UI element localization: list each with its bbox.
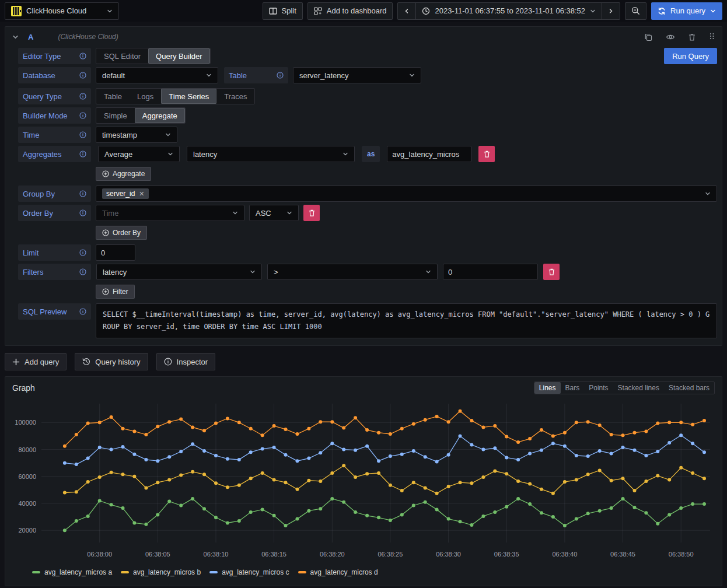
graph-mode-stacked-bars[interactable]: Stacked bars (664, 382, 714, 394)
limit-input[interactable] (96, 244, 135, 261)
query-type-logs[interactable]: Logs (130, 89, 161, 104)
legend-swatch (32, 571, 40, 573)
duplicate-query-button[interactable] (644, 33, 653, 41)
graph-mode-bars[interactable]: Bars (561, 382, 585, 394)
legend-swatch (121, 571, 129, 573)
editor-type-sql-editor[interactable]: SQL Editor (96, 48, 148, 64)
add-to-dashboard-button[interactable]: Add to dashboard (307, 2, 393, 20)
history-icon (82, 358, 90, 366)
filter-value-input[interactable] (443, 264, 538, 280)
remove-aggregate-button[interactable] (478, 146, 495, 162)
legend-item[interactable]: avg_latency_micros c (209, 568, 289, 576)
aggregate-alias-input[interactable] (387, 146, 471, 162)
add-filter-button[interactable]: Filter (96, 285, 135, 299)
order-by-field-select[interactable]: Time (96, 205, 244, 221)
builder-mode-group: Simple Aggregate (96, 107, 186, 124)
database-select[interactable]: default (96, 67, 218, 83)
group-by-label: Group By (18, 186, 91, 202)
group-by-multiselect[interactable]: server_id ✕ (96, 186, 717, 202)
query-ref-id[interactable]: A (28, 33, 33, 41)
legend-item[interactable]: avg_latency_micros d (298, 568, 378, 576)
query-type-traces[interactable]: Traces (216, 89, 254, 104)
graph-header: Graph Lines Bars Points Stacked lines St… (5, 377, 722, 396)
info-icon[interactable] (79, 190, 86, 197)
add-query-button[interactable]: Add query (5, 353, 67, 370)
builder-mode-label: Builder Mode (18, 107, 91, 124)
graph-mode-group: Lines Bars Points Stacked lines Stacked … (534, 382, 715, 394)
query-type-table[interactable]: Table (96, 89, 130, 104)
legend-item[interactable]: avg_latency_micros b (121, 568, 201, 576)
legend-swatch (298, 571, 306, 573)
datasource-picker[interactable]: ClickHouse Cloud (5, 2, 119, 20)
svg-text:100000: 100000 (15, 419, 36, 426)
info-icon[interactable] (79, 52, 86, 60)
graph-svg[interactable]: 2000040000600008000010000006:38:0006:38:… (9, 398, 717, 568)
info-icon[interactable] (79, 112, 86, 119)
datasource-name: ClickHouse Cloud (26, 6, 102, 15)
svg-text:06:38:25: 06:38:25 (378, 551, 403, 558)
svg-text:06:38:05: 06:38:05 (145, 551, 170, 558)
graph-title: Graph (12, 383, 35, 393)
delete-query-button[interactable] (688, 33, 696, 41)
builder-mode-aggregate[interactable]: Aggregate (135, 108, 185, 123)
graph-mode-lines[interactable]: Lines (534, 382, 561, 394)
query-history-button[interactable]: Query history (75, 353, 148, 370)
zoom-out-button[interactable] (625, 2, 646, 20)
collapse-query-icon[interactable] (12, 34, 19, 40)
add-aggregate-button[interactable]: Aggregate (96, 167, 151, 181)
table-label: Table (224, 67, 288, 83)
toggle-visibility-button[interactable] (666, 33, 675, 41)
info-icon[interactable] (79, 72, 86, 79)
grip-dots-icon (709, 32, 715, 41)
info-icon[interactable] (79, 131, 86, 138)
chevron-down-icon (167, 151, 173, 157)
info-circle-icon (164, 358, 172, 366)
top-toolbar: ClickHouse Cloud Split Add to dashboard … (0, 0, 727, 22)
info-icon[interactable] (79, 93, 86, 100)
info-icon[interactable] (79, 209, 86, 216)
info-icon[interactable] (79, 150, 86, 158)
filter-operator-select[interactable]: > (267, 264, 438, 280)
info-icon[interactable] (79, 308, 86, 315)
info-icon[interactable] (79, 268, 86, 275)
run-query-label: Run query (670, 6, 705, 15)
trash-icon (688, 33, 696, 41)
chevron-down-icon (250, 269, 256, 275)
run-query-editor-button[interactable]: Run Query (664, 48, 717, 64)
split-button[interactable]: Split (263, 2, 303, 20)
aggregate-column-select[interactable]: latency (187, 146, 355, 162)
time-shift-back-button[interactable] (397, 2, 416, 20)
chevron-down-icon (206, 72, 212, 78)
query-type-time-series[interactable]: Time Series (161, 89, 216, 104)
time-range-picker[interactable]: 2023-11-01 06:37:55 to 2023-11-01 06:38:… (415, 2, 602, 20)
info-icon[interactable] (79, 249, 86, 256)
builder-mode-simple[interactable]: Simple (96, 108, 135, 123)
remove-filter-button[interactable] (543, 264, 560, 280)
legend-item[interactable]: avg_latency_micros a (32, 568, 112, 576)
graph-mode-points[interactable]: Points (584, 382, 613, 394)
filter-field-select[interactable]: latency (96, 264, 262, 280)
info-icon[interactable] (277, 72, 284, 79)
editor-type-label: Editor Type (18, 48, 91, 64)
remove-order-by-button[interactable] (303, 205, 320, 221)
graph-mode-stacked-lines[interactable]: Stacked lines (613, 382, 664, 394)
run-query-button[interactable]: Run query (651, 2, 722, 20)
table-select[interactable]: server_latency (293, 67, 421, 83)
trash-icon (483, 150, 491, 158)
svg-text:40000: 40000 (18, 500, 36, 507)
chevron-down-icon (710, 8, 716, 14)
order-by-direction-select[interactable]: ASC (249, 205, 299, 221)
time-shift-forward-button[interactable] (602, 2, 620, 20)
svg-text:06:38:00: 06:38:00 (87, 551, 112, 558)
time-column-select[interactable]: timestamp (96, 127, 177, 143)
editor-type-query-builder[interactable]: Query Builder (148, 48, 209, 64)
drag-handle[interactable] (709, 32, 715, 41)
refresh-icon (658, 7, 666, 15)
inspector-button[interactable]: Inspector (156, 353, 215, 370)
remove-tag-icon[interactable]: ✕ (139, 191, 144, 197)
toolbar-actions: Split Add to dashboard 2023-11-01 06:37:… (263, 2, 722, 20)
aggregate-function-select[interactable]: Average (98, 146, 180, 162)
chevron-down-icon (409, 72, 415, 78)
add-order-by-button[interactable]: Order By (96, 226, 147, 240)
query-header: A (ClickHouse Cloud) (5, 27, 722, 47)
